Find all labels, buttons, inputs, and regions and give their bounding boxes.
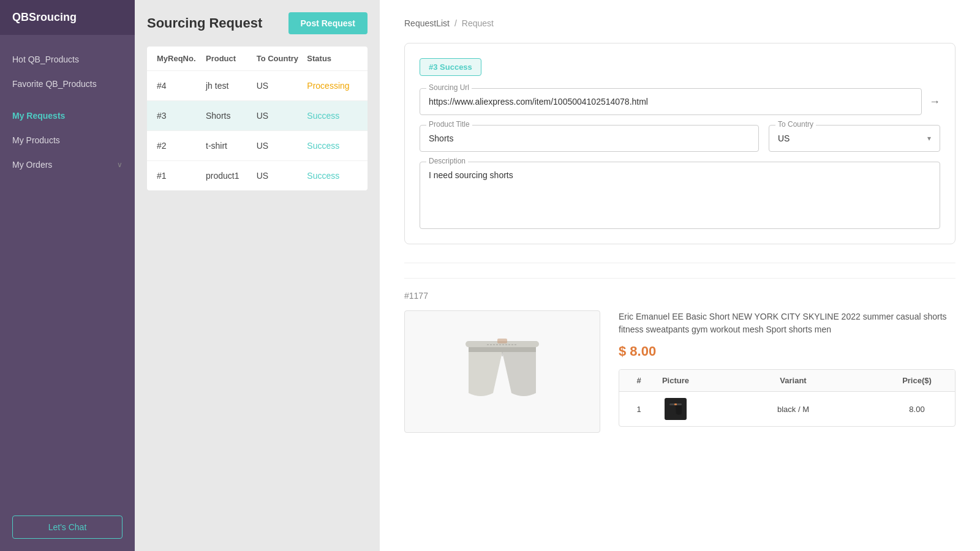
product-cell: jh test bbox=[206, 81, 257, 91]
table-row[interactable]: #2 t-shirt US Success bbox=[147, 131, 368, 161]
req-no-cell: #1 bbox=[157, 171, 206, 181]
sidebar-item-my-products[interactable]: My Products bbox=[0, 128, 135, 152]
breadcrumb-current: Request bbox=[462, 18, 494, 28]
table-row[interactable]: #3 Shorts US Success bbox=[147, 101, 368, 131]
product-price: $ 8.00 bbox=[619, 343, 956, 359]
breadcrumb: RequestList / Request bbox=[404, 18, 956, 28]
sidebar: QBSroucing Hot QB_Products Favorite QB_P… bbox=[0, 0, 135, 551]
sourcing-header: Sourcing Request Post Request bbox=[147, 12, 368, 34]
table-row[interactable]: #4 jh test US Processing bbox=[147, 71, 368, 101]
product-image-box bbox=[404, 310, 600, 433]
country-dropdown-icon[interactable]: ▾ bbox=[927, 134, 931, 143]
country-cell: US bbox=[257, 141, 307, 151]
status-cell: Success bbox=[307, 141, 358, 151]
status-cell: Processing bbox=[307, 81, 358, 91]
breadcrumb-separator: / bbox=[454, 18, 457, 28]
product-result: #1177 bbox=[404, 278, 956, 433]
product-cell: product1 bbox=[206, 171, 257, 181]
sourcing-url-row: Sourcing Url https://www.aliexpress.com/… bbox=[420, 88, 940, 115]
req-no-cell: #2 bbox=[157, 141, 206, 151]
table-header: MyReqNo. Product To Country Status bbox=[147, 47, 368, 71]
status-badge: #3 Success bbox=[420, 58, 481, 76]
product-country-row: Product Title Shorts To Country US ▾ bbox=[420, 125, 940, 152]
sourcing-url-field: Sourcing Url https://www.aliexpress.com/… bbox=[420, 88, 922, 115]
post-request-button[interactable]: Post Request bbox=[288, 12, 368, 34]
variant-table-row: 1 black / M bbox=[619, 392, 955, 426]
request-detail-panel: RequestList / Request #3 Success Sourcin… bbox=[380, 0, 980, 551]
variant-image bbox=[665, 398, 687, 420]
app-logo: QBSroucing bbox=[0, 0, 135, 35]
breadcrumb-request-list[interactable]: RequestList bbox=[404, 18, 450, 28]
request-card: #3 Success Sourcing Url https://www.alie… bbox=[404, 43, 956, 244]
variant-col-picture: Picture bbox=[651, 376, 700, 385]
sidebar-item-my-orders[interactable]: My Orders ∨ bbox=[0, 152, 135, 177]
variant-col-num: # bbox=[627, 376, 651, 385]
product-image bbox=[453, 323, 551, 421]
variant-num: 1 bbox=[627, 405, 651, 414]
variant-table: # Picture Variant Price($) 1 bbox=[619, 369, 956, 427]
description-label: Description bbox=[426, 157, 468, 165]
variant-col-price: Price($) bbox=[886, 376, 948, 385]
status-cell: Success bbox=[307, 111, 358, 121]
sourcing-list-panel: Sourcing Request Post Request MyReqNo. P… bbox=[135, 0, 380, 551]
product-title-field: Product Title Shorts bbox=[420, 125, 759, 152]
svg-rect-4 bbox=[497, 339, 507, 343]
product-cell: t-shirt bbox=[206, 141, 257, 151]
variant-table-header: # Picture Variant Price($) bbox=[619, 370, 955, 392]
url-arrow-icon[interactable]: → bbox=[929, 96, 940, 108]
product-title-value: Shorts bbox=[429, 133, 453, 143]
sidebar-nav: Hot QB_Products Favorite QB_Products My … bbox=[0, 35, 135, 503]
product-detail: Eric Emanuel EE Basic Short NEW YORK CIT… bbox=[404, 310, 956, 433]
sidebar-item-hot-qb-products[interactable]: Hot QB_Products bbox=[0, 47, 135, 72]
product-id: #1177 bbox=[404, 291, 956, 301]
product-title-label: Product Title bbox=[426, 120, 472, 129]
sourcing-url-label: Sourcing Url bbox=[426, 83, 472, 92]
request-table: MyReqNo. Product To Country Status #4 jh… bbox=[147, 47, 368, 190]
col-header-req-no: MyReqNo. bbox=[157, 54, 206, 63]
country-cell: US bbox=[257, 81, 307, 91]
sourcing-title: Sourcing Request bbox=[147, 15, 262, 31]
country-cell: US bbox=[257, 171, 307, 181]
product-info: Eric Emanuel EE Basic Short NEW YORK CIT… bbox=[619, 310, 956, 433]
description-field: Description I need sourcing shorts bbox=[420, 162, 940, 229]
product-name: Eric Emanuel EE Basic Short NEW YORK CIT… bbox=[619, 310, 956, 336]
col-header-status: Status bbox=[307, 54, 358, 63]
svg-rect-6 bbox=[674, 403, 677, 405]
col-header-product: Product bbox=[206, 54, 257, 63]
status-cell: Success bbox=[307, 171, 358, 181]
svg-rect-1 bbox=[469, 347, 536, 352]
req-no-cell: #3 bbox=[157, 111, 206, 121]
chevron-down-icon: ∨ bbox=[117, 160, 123, 169]
col-header-country: To Country bbox=[257, 54, 307, 63]
to-country-value: US bbox=[778, 133, 790, 143]
sidebar-bottom: Let's Chat bbox=[0, 503, 135, 551]
chat-button[interactable]: Let's Chat bbox=[12, 515, 123, 539]
to-country-field: To Country US ▾ bbox=[769, 125, 940, 152]
variant-picture-cell bbox=[651, 398, 700, 420]
to-country-label: To Country bbox=[775, 120, 816, 129]
sidebar-item-favorite-qb-products[interactable]: Favorite QB_Products bbox=[0, 72, 135, 96]
divider bbox=[404, 263, 956, 263]
product-cell: Shorts bbox=[206, 111, 257, 121]
variant-shorts-icon bbox=[667, 400, 684, 418]
description-value: I need sourcing shorts bbox=[429, 170, 513, 180]
req-no-cell: #4 bbox=[157, 81, 206, 91]
variant-name: black / M bbox=[700, 405, 886, 414]
table-row[interactable]: #1 product1 US Success bbox=[147, 161, 368, 190]
variant-price: 8.00 bbox=[886, 405, 948, 414]
sourcing-url-value: https://www.aliexpress.com/item/10050041… bbox=[429, 97, 648, 107]
variant-col-variant: Variant bbox=[700, 376, 886, 385]
sidebar-item-my-requests[interactable]: My Requests bbox=[0, 103, 135, 128]
country-cell: US bbox=[257, 111, 307, 121]
